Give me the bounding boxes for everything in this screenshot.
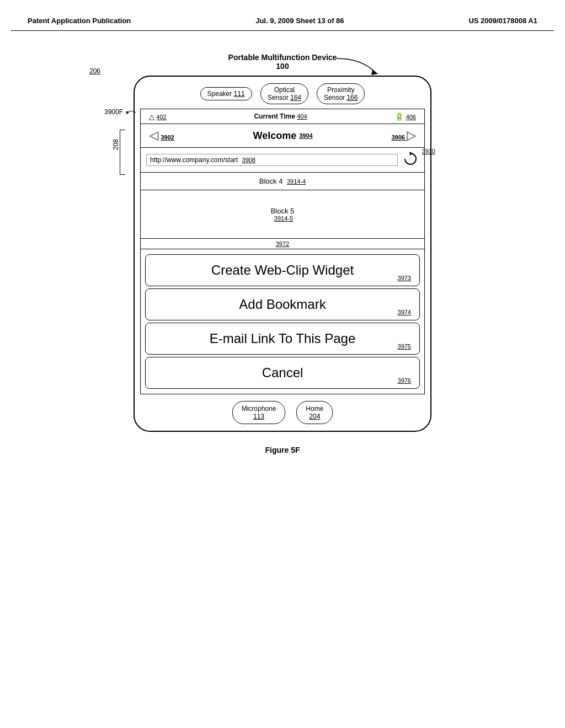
cancel-text: Cancel [262,365,303,380]
nav-right-ref: 3906 [391,134,407,141]
nav-title: Welcome [253,130,296,142]
current-time-text: Current Time [254,113,295,120]
block5-ref: 3914-5 [151,215,416,222]
home-ref: 204 [309,413,320,420]
header-center: Jul. 9, 2009 Sheet 13 of 86 [255,17,344,25]
patent-header: Patent Application Publication Jul. 9, 2… [11,11,554,31]
create-web-clip-text: Create Web-Clip Widget [211,263,354,277]
battery-icon: 🔋 [395,112,404,121]
page: Patent Application Publication Jul. 9, 2… [0,0,565,728]
url-input-box[interactable]: http://www.company.com/start 3908 [146,154,398,166]
device-frame: 3900F Speaker 111 OpticalSensor 164 [134,76,431,432]
add-bookmark-text: Add Bookmark [239,297,326,312]
cancel-button[interactable]: Cancel 3976 [145,357,420,389]
email-link-button[interactable]: E-mail Link To This Page 3975 [145,323,420,355]
create-web-clip-ref: 3973 [398,275,411,281]
ref-208-label: 208 [112,139,120,150]
nav-right-arrow-icon[interactable]: ▷ [407,129,416,142]
url-text: http://www.company.com/start [150,156,238,164]
status-bar-right: 🔋 406 [395,112,416,121]
bracket-208 [120,130,125,175]
microphone-button[interactable]: Microphone 113 [232,401,286,424]
diagram-area: Portable Multifunction Device 100 206 20… [11,47,554,460]
nav-bar-center: Welcome 3904 [253,130,312,142]
cancel-ref: 3976 [398,377,411,384]
status-battery-ref: 406 [406,114,416,120]
microphone-label: Microphone [242,405,276,413]
bottom-buttons-area: Microphone 113 Home 204 [135,394,430,431]
email-link-ref: 3975 [398,343,411,350]
optical-sensor: OpticalSensor 164 [260,83,308,104]
block5-text: Block 5 [149,207,416,215]
create-web-clip-button[interactable]: Create Web-Clip Widget 3973 [145,254,420,286]
email-link-text: E-mail Link To This Page [210,331,356,346]
proximity-sensor: ProximitySensor 166 [317,83,365,104]
block4-text: Block 4 [259,177,285,185]
figure-caption: Figure 5F [265,446,300,454]
status-time-ref: 404 [297,113,307,120]
refresh-ref: 3910 [422,148,435,154]
add-bookmark-button[interactable]: Add Bookmark 3974 [145,288,420,320]
block4-ref: 3914-4 [287,178,306,185]
ref-206-label: 206 [89,67,100,75]
block-4: Block 4 3914-4 [141,173,424,190]
sensors-area: Speaker 111 OpticalSensor 164 ProximityS… [135,77,430,109]
screen-content: △ 402 Current Time 404 🔋 406 [140,109,425,394]
nav-bar: ◁ 3902 Welcome 3904 3906 ▷ [141,124,424,148]
microphone-ref: 113 [253,413,264,420]
status-signal-ref: 402 [156,114,166,120]
url-bar: http://www.company.com/start 3908 3910 [141,148,424,173]
status-bar-left: △ 402 [149,113,167,121]
ref-3972: 3972 [141,239,424,249]
home-label: Home [306,405,323,413]
header-right: US 2009/0178008 A1 [468,17,537,25]
nav-bar-right: 3906 ▷ [388,129,416,143]
svg-marker-0 [371,69,378,75]
status-bar-center: Current Time 404 [254,113,307,120]
refresh-icon[interactable] [402,151,419,167]
device-title: Portable Multifunction Device 100 [228,53,337,71]
device-wrapper: 206 208 3900F [134,76,431,432]
svg-marker-2 [409,152,413,156]
nav-left-ref: 3902 [161,134,174,141]
status-bar: △ 402 Current Time 404 🔋 406 [141,109,424,124]
action-buttons-area: Create Web-Clip Widget 3973 Add Bookmark… [141,249,424,394]
home-button[interactable]: Home 204 [296,401,333,424]
nav-bar-left: ◁ 3902 [149,129,177,143]
title-arrow-icon [334,56,383,78]
refresh-area: 3910 [402,151,419,169]
block-5: Block 5 3914-5 [141,190,424,239]
header-left: Patent Application Publication [28,17,131,25]
3900f-arrow-icon [125,107,138,118]
nav-title-ref: 3904 [299,132,312,139]
ref-3900f-label: 3900F [104,107,138,118]
signal-icon: △ [149,113,154,121]
url-ref: 3908 [242,157,255,163]
speaker-sensor: Speaker 111 [200,87,252,100]
device-title-area: Portable Multifunction Device 100 [228,53,337,71]
nav-left-arrow-icon[interactable]: ◁ [149,129,158,142]
add-bookmark-ref: 3974 [398,309,411,315]
